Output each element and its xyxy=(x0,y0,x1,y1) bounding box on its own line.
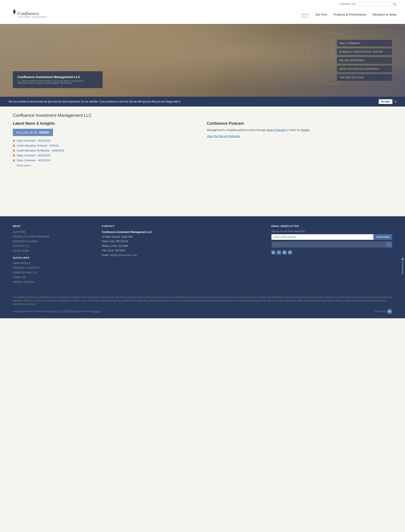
footer-email: Email: info@confluenceim.com xyxy=(102,254,137,257)
footer-grid: MENU OUR FIRM PRODUCTS & PERFORMANCE RES… xyxy=(13,225,392,285)
news-link-3[interactable]: Daily Comment - 8/23/2024 xyxy=(17,154,50,157)
footer-link-research[interactable]: RESEARCH & NEWS xyxy=(13,240,37,242)
cookie-close-button[interactable]: × xyxy=(395,100,397,104)
search-button[interactable]: 🔍 xyxy=(393,2,397,6)
quicklink-adv[interactable]: FORM ADV PART 2A xyxy=(13,271,37,274)
footer-address2: Saint Louis, MO 63119 xyxy=(102,240,128,243)
footer-quicklinks-list: FIRM PROFILE ADVISORY CONTRACT FORM ADV … xyxy=(13,261,93,283)
powered-by: Powered by xyxy=(374,309,392,314)
quicklink-privacy[interactable]: PRIVACY NOTICE xyxy=(13,281,34,283)
footer-link-products[interactable]: PRODUCTS & PERFORMANCE xyxy=(13,235,50,238)
copyright-text: Copyright Confluence Investment Manageme… xyxy=(13,310,101,313)
accessibility-label: Accessibility xyxy=(402,261,404,274)
email-newsletter-input[interactable] xyxy=(271,234,373,240)
header-nav: Confluence INVESTMENT MANAGEMENT Home Ou… xyxy=(0,8,405,24)
chevron-icon-2: › xyxy=(388,59,389,62)
content-spacer xyxy=(0,173,405,216)
news-list: Daily Comment - 8/26/2024 Asset Allocati… xyxy=(13,139,198,162)
email-social-icon[interactable]: ✉ xyxy=(283,250,286,255)
list-item: FORM ADV PART 2A xyxy=(13,271,93,274)
hero-link-asset-alloc[interactable]: Asset Allocation Quarterly › xyxy=(337,65,392,73)
accessibility-button[interactable]: ♿ Accessibility xyxy=(400,256,405,276)
twitter-follow-link[interactable]: FOLLOW US ON twitter xyxy=(13,129,53,136)
vimeo-icon[interactable]: V xyxy=(288,250,292,255)
footer-menu-col: MENU OUR FIRM PRODUCTS & PERFORMANCE RES… xyxy=(13,225,93,285)
list-item: Asset Allocation Bi-Weekly - 8/26/2024 xyxy=(13,149,198,152)
powered-by-logo xyxy=(387,309,392,314)
list-item: Asset Allocation Podcast - 8/26/24 xyxy=(13,144,198,147)
news-link-2[interactable]: Asset Allocation Bi-Weekly - 8/26/2024 xyxy=(17,149,64,152)
linkedin-icon[interactable]: in xyxy=(271,250,275,255)
cookie-banner: We use cookies to ensure that we give yo… xyxy=(0,97,405,107)
footer-contact-info: Confluence Investment Management LLC 20 … xyxy=(102,230,263,258)
quicklink-firm-profile[interactable]: FIRM PROFILE xyxy=(13,262,31,264)
hero-link-daily-comment[interactable]: Daily Comment › xyxy=(337,40,392,47)
read-more-link[interactable]: Read more » xyxy=(17,164,198,167)
twitter-logo: twitter xyxy=(39,131,50,134)
nav-home[interactable]: Home xyxy=(301,13,309,17)
list-item: Daily Comment - 8/23/2024 xyxy=(13,154,198,157)
subscribe-button[interactable]: SUBSCRIBE xyxy=(373,234,392,240)
footer-company-name: Confluence Investment Management LLC xyxy=(102,231,152,234)
main-nav: Home Our Firm Products & Performance Res… xyxy=(301,13,397,17)
footer-newsletter-subtitle: Sign up for our Email Newsletter xyxy=(271,230,392,233)
view-podcasts-link[interactable]: View Our Recent Podcasts xyxy=(207,135,392,138)
contact-us-link[interactable]: CONTACT US xyxy=(340,3,356,5)
apple-podcasts-link[interactable]: Apple Podcasts xyxy=(267,128,286,131)
powered-by-label: Powered by xyxy=(374,310,386,313)
list-item: Daily Comment - 8/26/2024 xyxy=(13,139,198,142)
podcast-title: Confluence Podcast xyxy=(207,121,392,126)
footer-search-input[interactable] xyxy=(271,242,386,248)
footer-quicklinks-title: QUICKLINKS xyxy=(13,256,93,259)
footer-search-row: › xyxy=(271,242,392,248)
two-col-layout: Latest News & Insights FOLLOW US ON twit… xyxy=(13,121,392,167)
chevron-icon-3: › xyxy=(388,67,389,71)
footer-link-contact[interactable]: CONTACT US xyxy=(13,245,29,247)
news-bullet-3 xyxy=(13,154,15,157)
footer-contact-col: CONTACT Confluence Investment Management… xyxy=(102,225,263,285)
podcast-section: Confluence Podcast Management's complete… xyxy=(207,121,392,167)
list-item: ADVISORY CONTRACT xyxy=(13,266,93,269)
nav-our-firm[interactable]: Our Firm xyxy=(315,13,327,17)
news-bullet-4 xyxy=(13,159,15,161)
cookie-accept-button[interactable]: Accept xyxy=(379,99,392,104)
chevron-icon-4: › xyxy=(388,76,389,79)
twitter-icon[interactable]: 🐦 xyxy=(277,250,281,255)
list-item: PRODUCTS & PERFORMANCE xyxy=(13,235,93,238)
footer-link-sales[interactable]: SALES TEAM xyxy=(13,249,29,252)
twitter-follow-label: FOLLOW US ON xyxy=(16,131,38,134)
spotify-link[interactable]: Spotify xyxy=(301,128,309,131)
news-link-0[interactable]: Daily Comment - 8/26/2024 xyxy=(17,139,50,142)
nav-research[interactable]: Research & News xyxy=(372,13,397,17)
footer-address1: 20 Allen Avenue, Suite 300 xyxy=(102,235,133,238)
footer-email-link[interactable]: info@confluenceim.com xyxy=(110,254,137,257)
svg-text:Confluence: Confluence xyxy=(18,11,39,16)
hero-link-outlook[interactable]: The 2024 Outlook › xyxy=(337,74,392,81)
footer-link-our-firm[interactable]: OUR FIRM xyxy=(13,231,25,233)
quicklink-crs[interactable]: FORM CRS xyxy=(13,276,26,278)
hero-link-keller[interactable]: Keller Quarterly › xyxy=(337,57,392,64)
footer-search-button[interactable]: › xyxy=(386,242,392,248)
news-bullet-0 xyxy=(13,140,15,142)
search-input[interactable] xyxy=(358,2,392,7)
hero-link-label-3: Asset Allocation Quarterly xyxy=(339,68,380,70)
footer-menu-list: OUR FIRM PRODUCTS & PERFORMANCE RESEARCH… xyxy=(13,230,93,252)
hero-link-label-4: The 2024 Outlook xyxy=(339,76,364,79)
svg-text:in: in xyxy=(272,251,274,254)
footer-newsletter-title: EMAIL NEWSLETTER xyxy=(271,225,392,227)
nav-products[interactable]: Products & Performance xyxy=(333,13,366,17)
quicklink-advisory[interactable]: ADVISORY CONTRACT xyxy=(13,267,40,269)
cookie-text: We use cookies to ensure that we give yo… xyxy=(8,100,374,103)
news-bullet-1 xyxy=(13,145,15,147)
main-content: Confluence Investment Management LLC Lat… xyxy=(0,107,405,173)
news-link-1[interactable]: Asset Allocation Podcast - 8/26/24 xyxy=(17,144,59,147)
header-top: CONTACT US 🔍 xyxy=(0,0,405,8)
svg-rect-3 xyxy=(14,13,15,13)
news-link-4[interactable]: Daily Comment - 8/22/2024 xyxy=(17,159,50,162)
list-item: RESEARCH & NEWS xyxy=(13,239,93,243)
hero-link-biweekly[interactable]: Bi-Weekly Geopolitical Report › xyxy=(337,48,392,55)
sitemap-link[interactable]: Sitemap xyxy=(93,310,101,312)
hero-links: Daily Comment › Bi-Weekly Geopolitical R… xyxy=(337,40,392,81)
list-item: CONTACT US xyxy=(13,244,93,248)
footer-disclaimer: This website is directed to and intended… xyxy=(13,291,392,314)
